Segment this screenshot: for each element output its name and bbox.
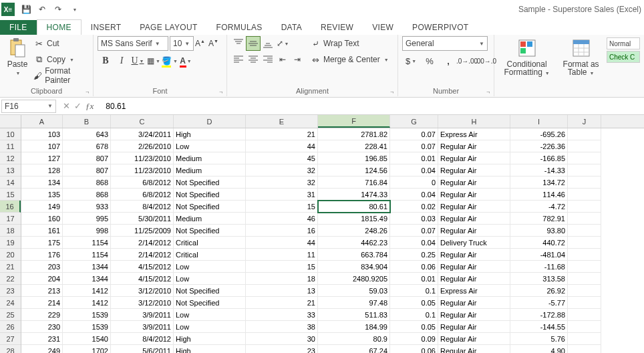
cell[interactable]: -695.26 bbox=[510, 128, 568, 140]
cell[interactable]: -144.55 bbox=[510, 321, 568, 333]
cell[interactable]: 4462.23 bbox=[318, 237, 390, 249]
cell[interactable]: Regular Air bbox=[438, 333, 510, 345]
column-header-G[interactable]: G bbox=[390, 115, 438, 128]
cell[interactable]: 11/23/2010 bbox=[111, 152, 174, 164]
cell[interactable]: 1154 bbox=[63, 249, 111, 261]
cell[interactable]: 26.92 bbox=[510, 285, 568, 297]
tab-insert[interactable]: INSERT bbox=[82, 20, 131, 35]
tab-page-layout[interactable]: PAGE LAYOUT bbox=[130, 20, 206, 35]
cell[interactable]: 249 bbox=[21, 345, 63, 353]
cell[interactable]: 313.58 bbox=[510, 273, 568, 285]
cell[interactable]: 0.05 bbox=[390, 321, 438, 333]
row-header[interactable]: 25 bbox=[0, 309, 21, 321]
cell[interactable]: 230 bbox=[21, 321, 63, 333]
paste-button[interactable]: Paste▼ bbox=[4, 36, 31, 79]
cell[interactable]: 0.1 bbox=[390, 309, 438, 321]
cell[interactable]: -5.77 bbox=[510, 297, 568, 309]
bold-button[interactable]: B bbox=[98, 53, 114, 68]
column-header-C[interactable]: C bbox=[111, 115, 174, 128]
cell[interactable]: 933 bbox=[63, 201, 111, 213]
cell[interactable]: Low bbox=[174, 273, 246, 285]
formula-input[interactable] bbox=[102, 100, 644, 113]
column-header-H[interactable]: H bbox=[438, 115, 510, 128]
cell[interactable]: 161 bbox=[21, 225, 63, 237]
orientation-button[interactable]: ⤢▼ bbox=[275, 36, 290, 51]
cell[interactable]: 80.9 bbox=[318, 333, 390, 345]
cell[interactable]: High bbox=[174, 128, 246, 140]
cell[interactable]: 0.07 bbox=[390, 140, 438, 152]
cell[interactable]: Express Air bbox=[438, 128, 510, 140]
cell[interactable]: 807 bbox=[63, 152, 111, 164]
column-header-E[interactable]: E bbox=[246, 115, 318, 128]
cell[interactable]: Medium bbox=[174, 164, 246, 176]
cell[interactable]: 0.1 bbox=[390, 285, 438, 297]
cell[interactable]: Regular Air bbox=[438, 189, 510, 201]
cell[interactable]: 0.04 bbox=[390, 189, 438, 201]
cell[interactable]: 1154 bbox=[63, 237, 111, 249]
merge-center-button[interactable]: ⇔Merge & Center▼ bbox=[307, 52, 391, 67]
cell[interactable]: 135 bbox=[21, 189, 63, 201]
format-painter-button[interactable]: 🖌Format Painter bbox=[33, 68, 89, 83]
cell[interactable]: 4/15/2012 bbox=[111, 273, 174, 285]
cell[interactable]: 0.09 bbox=[390, 333, 438, 345]
cell[interactable]: Medium bbox=[174, 152, 246, 164]
number-format-combo[interactable]: General▼ bbox=[402, 36, 488, 51]
cell[interactable]: 18 bbox=[246, 273, 318, 285]
comma-format-button[interactable]: , bbox=[440, 53, 457, 68]
cell[interactable]: 32 bbox=[246, 176, 318, 189]
cell[interactable]: Not Specified bbox=[174, 201, 246, 213]
cell[interactable]: 13 bbox=[246, 285, 318, 297]
cell[interactable]: -226.36 bbox=[510, 140, 568, 152]
cell[interactable] bbox=[568, 213, 601, 225]
align-bottom-button[interactable] bbox=[261, 36, 275, 51]
cell[interactable]: Regular Air bbox=[438, 140, 510, 152]
cell[interactable]: 204 bbox=[21, 273, 63, 285]
column-header-B[interactable]: B bbox=[63, 115, 111, 128]
cell[interactable] bbox=[568, 225, 601, 237]
cell[interactable]: 995 bbox=[63, 213, 111, 225]
cell[interactable]: 716.84 bbox=[318, 176, 390, 189]
cell[interactable]: 203 bbox=[21, 261, 63, 273]
cell[interactable]: 868 bbox=[63, 176, 111, 189]
row-header[interactable]: 23 bbox=[0, 285, 21, 297]
cell[interactable]: 1412 bbox=[63, 285, 111, 297]
accounting-format-button[interactable]: $▼ bbox=[402, 53, 420, 68]
cell[interactable]: 128 bbox=[21, 164, 63, 176]
cell[interactable]: 3/9/2011 bbox=[111, 321, 174, 333]
cell[interactable]: Regular Air bbox=[438, 273, 510, 285]
cell[interactable] bbox=[568, 309, 601, 321]
cell[interactable]: Not Specified bbox=[174, 285, 246, 297]
cell[interactable]: 1344 bbox=[63, 273, 111, 285]
cell[interactable]: 0.25 bbox=[390, 249, 438, 261]
cell[interactable] bbox=[568, 128, 601, 140]
cell[interactable]: 11/25/2009 bbox=[111, 225, 174, 237]
cell[interactable]: Not Specified bbox=[174, 189, 246, 201]
cell[interactable] bbox=[568, 249, 601, 261]
cell[interactable]: 2/14/2012 bbox=[111, 237, 174, 249]
cancel-formula-button[interactable]: ✕ bbox=[63, 101, 70, 111]
row-header[interactable]: 11 bbox=[0, 140, 21, 152]
cell[interactable]: Regular Air bbox=[438, 152, 510, 164]
cell[interactable]: 149 bbox=[21, 201, 63, 213]
cell[interactable]: 8/4/2012 bbox=[111, 201, 174, 213]
cell[interactable]: 32 bbox=[246, 164, 318, 176]
column-header-D[interactable]: D bbox=[174, 115, 246, 128]
select-all-corner[interactable] bbox=[0, 115, 21, 128]
cell[interactable]: High bbox=[174, 333, 246, 345]
cell[interactable] bbox=[568, 345, 601, 353]
cell[interactable]: 2/26/2010 bbox=[111, 140, 174, 152]
style-normal[interactable]: Normal bbox=[607, 37, 640, 49]
cell[interactable]: 107 bbox=[21, 140, 63, 152]
cell[interactable]: 15 bbox=[246, 261, 318, 273]
cell[interactable]: 1815.49 bbox=[318, 213, 390, 225]
cell[interactable]: 2/14/2012 bbox=[111, 249, 174, 261]
cell[interactable]: 5.76 bbox=[510, 333, 568, 345]
cell[interactable]: 1702 bbox=[63, 345, 111, 353]
style-check-cell[interactable]: Check C bbox=[607, 51, 640, 63]
wrap-text-button[interactable]: ⤶Wrap Text bbox=[307, 36, 391, 51]
row-header[interactable]: 15 bbox=[0, 189, 21, 201]
cell[interactable]: 21 bbox=[246, 128, 318, 140]
cell[interactable]: 30 bbox=[246, 333, 318, 345]
cell[interactable]: 834.904 bbox=[318, 261, 390, 273]
tab-home[interactable]: HOME bbox=[37, 19, 82, 35]
